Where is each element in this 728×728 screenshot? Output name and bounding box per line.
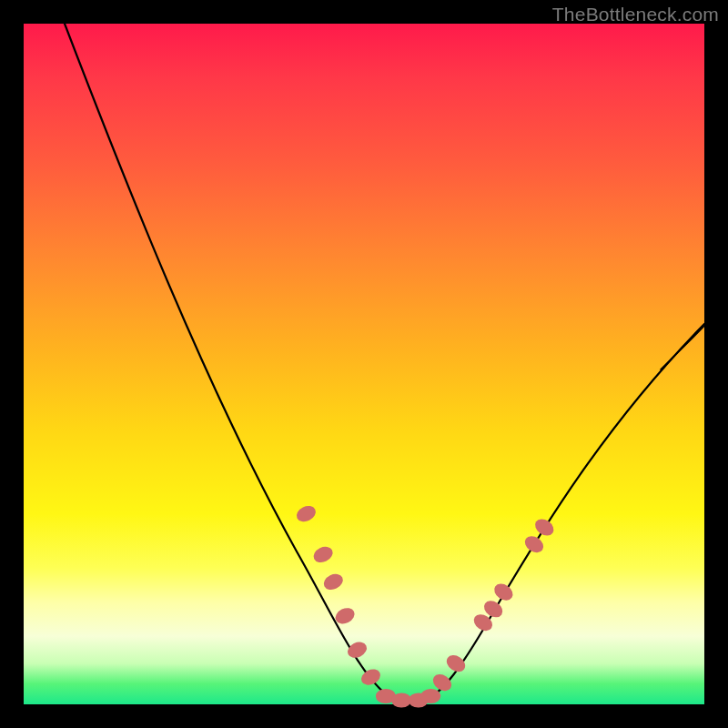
right-bead-6 bbox=[521, 532, 546, 556]
left-bead-3 bbox=[321, 571, 346, 592]
left-bead-6 bbox=[359, 666, 383, 688]
right-bead-7 bbox=[532, 516, 557, 540]
left-bead-5 bbox=[345, 639, 369, 661]
right-bead-5 bbox=[491, 581, 516, 604]
chart-frame: TheBottleneck.com bbox=[0, 0, 728, 728]
bottleneck-curve-right-tail bbox=[661, 326, 704, 369]
left-bead-2 bbox=[311, 543, 336, 565]
left-bead-1 bbox=[294, 503, 318, 525]
watermark-text: TheBottleneck.com bbox=[552, 4, 719, 25]
bottleneck-curve-right bbox=[424, 324, 704, 701]
chart-overlay bbox=[24, 24, 704, 704]
bottleneck-curve-left bbox=[65, 24, 424, 703]
bead-group bbox=[294, 503, 557, 708]
